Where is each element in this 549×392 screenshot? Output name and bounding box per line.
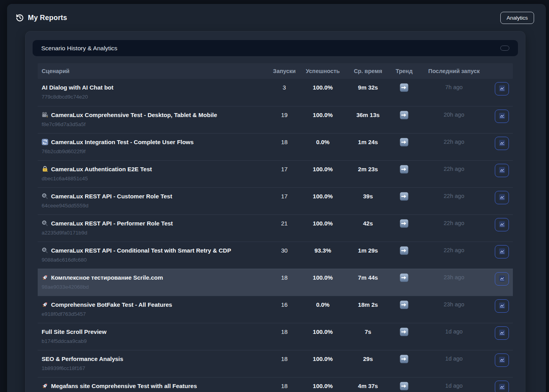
scenario-cell: SEO & Performance Analysis 1b8939f6cc18f… (38, 355, 268, 372)
open-analytics-button[interactable] (495, 82, 509, 95)
right-arrow-icon (400, 331, 408, 337)
trend-cell (391, 273, 417, 283)
magnifying-glass-icon (42, 220, 48, 227)
open-analytics-button[interactable] (495, 164, 509, 177)
table-row[interactable]: AI Dialog with AI Chat bot 779c8dbcd9c74… (38, 79, 513, 106)
chart-increasing-icon (498, 248, 506, 256)
table-row[interactable]: CameraLux Authentication E2E Test dbec1c… (38, 160, 513, 187)
open-analytics-button[interactable] (495, 299, 509, 313)
actions-cell (491, 83, 513, 95)
chart-increasing-icon (498, 329, 506, 337)
open-analytics-button[interactable] (495, 326, 509, 340)
trend-cell (391, 83, 417, 93)
success-rate-cell: 100.0% (301, 382, 345, 390)
scenario-name: Megafans site Comprehensive Test with al… (51, 382, 197, 390)
table-row[interactable]: CameraLux Comprehensive Test - Desktop, … (38, 106, 513, 133)
scenario-name: CameraLux REST API - Customer Role Test (51, 192, 172, 200)
right-arrow-icon (400, 304, 408, 310)
last-run-cell: 23h ago (417, 300, 491, 309)
column-header-trend: Тренд (391, 68, 417, 74)
table-row[interactable]: CameraLux REST API - Conditional Test wi… (38, 242, 513, 269)
table-row[interactable]: Комплексное тестирование Scrile.com 98ae… (38, 269, 513, 296)
trend-cell (391, 300, 417, 310)
actions-cell (491, 219, 513, 231)
avg-time-cell: 39s (345, 192, 391, 200)
scenario-name: CameraLux Integration Test - Complete Us… (51, 138, 194, 146)
right-arrow-icon (400, 249, 408, 256)
actions-cell (491, 246, 513, 258)
runs-cell: 18 (268, 273, 301, 282)
open-analytics-button[interactable] (495, 137, 509, 150)
magnifying-glass-icon (42, 247, 48, 254)
last-run-cell: 20h ago (417, 111, 491, 119)
actions-cell (491, 382, 513, 392)
trend-cell (391, 382, 417, 392)
avg-time-cell: 7s (345, 328, 391, 336)
avg-time-cell: 9m 32s (345, 83, 391, 92)
scenario-id: 9088a6c616dfc680 (42, 257, 268, 263)
runs-cell: 30 (268, 246, 301, 255)
right-arrow-icon (400, 385, 408, 392)
scenario-cell: CameraLux Authentication E2E Test dbec1c… (38, 165, 268, 182)
right-arrow-icon (400, 195, 408, 202)
runs-cell: 17 (268, 165, 301, 173)
success-rate-cell: 100.0% (301, 328, 345, 336)
analytics-button[interactable]: Analytics (500, 12, 534, 24)
last-run-cell: 22h ago (417, 246, 491, 255)
chart-increasing-icon (498, 167, 506, 175)
open-analytics-button[interactable] (495, 218, 509, 231)
chart-increasing-icon (498, 221, 506, 229)
scenario-cell: Комплексное тестирование Scrile.com 98ae… (38, 273, 268, 290)
runs-cell: 18 (268, 138, 301, 146)
actions-cell (491, 192, 513, 204)
scenario-name: Комплексное тестирование Scrile.com (51, 273, 163, 282)
scenario-id: b174f5ddcaa9cab9 (42, 338, 268, 344)
actions-cell (491, 165, 513, 177)
page-title: My Reports (28, 14, 67, 22)
arrows-cycle-icon (42, 139, 48, 145)
trend-cell (391, 165, 417, 175)
table-row[interactable]: CameraLux Integration Test - Complete Us… (38, 133, 513, 160)
open-analytics-button[interactable] (495, 245, 509, 258)
table-row[interactable]: Full Site Scroll Preview b174f5ddcaa9cab… (38, 323, 513, 350)
runs-cell: 18 (268, 382, 301, 390)
table-row[interactable]: CameraLux REST API - Performer Role Test… (38, 214, 513, 242)
avg-time-cell: 1m 29s (345, 246, 391, 255)
runs-cell: 17 (268, 192, 301, 200)
table-row[interactable]: Comprehensive BotFake Test - All Feature… (38, 296, 513, 323)
scenario-id: 779c8dbcd9c74e20 (42, 94, 268, 100)
actions-cell (491, 328, 513, 340)
trend-cell (391, 111, 417, 121)
my-reports-page: My Reports Analytics Scenario History & … (7, 4, 546, 392)
runs-cell: 19 (268, 111, 301, 119)
trend-cell (391, 219, 417, 229)
avg-time-cell: 1m 24s (345, 138, 391, 146)
right-arrow-icon (400, 114, 408, 121)
table-row[interactable]: SEO & Performance Analysis 1b8939f6cc18f… (38, 350, 513, 377)
table-row[interactable]: CameraLux REST API - Customer Role Test … (38, 187, 513, 214)
rocket-icon (42, 383, 48, 389)
open-analytics-button[interactable] (495, 381, 509, 392)
actions-cell (491, 355, 513, 367)
runs-cell: 18 (268, 355, 301, 363)
last-run-cell: 1d ago (417, 355, 491, 363)
open-analytics-button[interactable] (495, 354, 509, 367)
scenario-name: CameraLux Comprehensive Test - Desktop, … (51, 111, 217, 119)
open-analytics-button[interactable] (495, 272, 509, 286)
scenario-name: Comprehensive BotFake Test - All Feature… (51, 300, 172, 309)
collapse-toggle[interactable] (500, 46, 509, 51)
actions-cell (491, 300, 513, 313)
open-analytics-button[interactable] (495, 110, 509, 123)
success-rate-cell: 100.0% (301, 111, 345, 119)
table-row[interactable]: Megafans site Comprehensive Test with al… (38, 377, 513, 392)
last-run-cell: 22h ago (417, 165, 491, 173)
open-analytics-button[interactable] (495, 191, 509, 204)
chart-increasing-icon (498, 275, 506, 283)
success-rate-cell: 0.0% (301, 138, 345, 146)
trend-cell (391, 138, 417, 148)
avg-time-cell: 18m 2s (345, 300, 391, 309)
scenario-id: 1b8939f6cc18f167 (42, 365, 268, 372)
last-run-cell: 1d ago (417, 328, 491, 336)
scenario-id: a2235d9fa0171b9d (42, 230, 268, 236)
movie-camera-icon (42, 112, 48, 118)
